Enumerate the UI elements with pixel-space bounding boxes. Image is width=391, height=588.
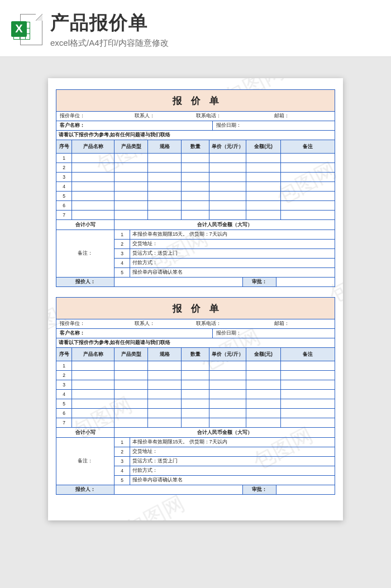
form-title: 报价单 [56, 90, 335, 112]
quote-date-label: 报价日期： [213, 121, 335, 130]
remarks-label: 备注： [56, 230, 115, 277]
contact-label: 联系人： [131, 319, 193, 328]
col-unit-price: 单价（元/斤） [209, 348, 246, 361]
col-amount: 金额(元) [246, 348, 281, 361]
approver-value [276, 485, 335, 494]
col-amount: 金额(元) [246, 140, 281, 153]
approver-label: 审批： [243, 485, 276, 494]
remark-seq: 1 [115, 230, 130, 239]
excel-icon: X [11, 14, 42, 45]
data-cell [246, 399, 281, 408]
data-cell [72, 399, 115, 408]
data-cell [72, 211, 115, 219]
remark-text: 付款方式： [130, 466, 335, 475]
data-cell [209, 418, 246, 427]
table-row: 2 [56, 163, 335, 173]
data-cell [209, 361, 246, 370]
data-cell [209, 371, 246, 380]
data-cell [182, 399, 209, 408]
remark-text: 交货地址： [130, 240, 335, 248]
table-row: 5 [56, 399, 335, 409]
data-cell [246, 211, 281, 219]
remark-text: 报价单内容请确认签名 [130, 476, 335, 485]
signature-row: 报价人： 审批： [56, 485, 335, 494]
table-row: 4 [56, 390, 335, 399]
quoter-label: 报价人： [56, 278, 115, 286]
quote-date-label: 报价日期： [213, 329, 335, 338]
data-cell [148, 418, 182, 427]
data-cell [115, 418, 148, 427]
col-note: 备注 [281, 140, 335, 153]
data-cell [182, 380, 209, 389]
data-cell [72, 192, 115, 200]
remarks-label: 备注： [56, 438, 115, 485]
data-cell [115, 409, 148, 418]
remarks-block: 备注： 1本报价单有效期限15天。 供货期：7天以内 2交货地址： 3货运方式：… [56, 230, 335, 278]
data-cell [281, 399, 335, 408]
data-cell [182, 371, 209, 380]
col-spec: 规格 [148, 140, 182, 153]
data-cell [182, 201, 209, 210]
data-cell [281, 211, 335, 219]
data-cell [281, 371, 335, 380]
data-cell [115, 192, 148, 200]
col-qty: 数量 [182, 140, 209, 153]
seq-cell: 2 [56, 371, 72, 380]
data-cell [72, 409, 115, 418]
data-cell [148, 409, 182, 418]
data-cell [281, 380, 335, 389]
data-cell [72, 380, 115, 389]
remark-text: 本报价单有效期限15天。 供货期：7天以内 [130, 230, 335, 239]
sum-big-label: 合计人民币金额（大写） [115, 428, 335, 437]
remark-seq: 2 [115, 447, 130, 456]
customer-name-label: 客户名称： [56, 121, 213, 130]
sum-big-label: 合计人民币金额（大写） [115, 220, 335, 230]
data-cell [115, 163, 148, 172]
seq-cell: 2 [56, 163, 72, 172]
seq-cell: 7 [56, 418, 72, 427]
table-row: 3 [56, 173, 335, 182]
data-cell [182, 163, 209, 172]
table-row: 6 [56, 201, 335, 211]
info-row: 报价单位： 联系人： 联系电话： 邮箱： [56, 319, 335, 329]
sum-small-label: 合计小写 [56, 428, 115, 437]
col-qty: 数量 [182, 348, 209, 361]
approver-value [276, 278, 335, 286]
col-name: 产品名称 [72, 348, 115, 361]
phone-label: 联系电话： [193, 112, 271, 121]
data-cell [182, 211, 209, 219]
data-cell [72, 163, 115, 172]
data-cell [72, 154, 115, 162]
notice-row: 请看以下报价作为参考,如有任何问题请与我们联络 [56, 131, 335, 140]
data-cell [182, 361, 209, 370]
remark-seq: 4 [115, 259, 130, 267]
data-cell [115, 380, 148, 389]
data-cell [281, 361, 335, 370]
remark-seq: 2 [115, 240, 130, 248]
data-cell [246, 390, 281, 399]
data-cell [148, 380, 182, 389]
data-cell [246, 182, 281, 191]
data-cell [148, 361, 182, 370]
phone-label: 联系电话： [193, 319, 271, 328]
page-subtitle: excel格式/A4打印/内容随意修改 [50, 38, 380, 49]
table-row: 5 [56, 192, 335, 201]
data-cell [281, 201, 335, 210]
form-title: 报价单 [56, 298, 335, 319]
remark-seq: 5 [115, 268, 130, 277]
table-row: 4 [56, 182, 335, 192]
email-label: 邮箱： [271, 112, 335, 121]
col-seq: 序号 [56, 348, 72, 361]
data-cell [148, 192, 182, 200]
info-row: 报价单位： 联系人： 联系电话： 邮箱： [56, 112, 335, 121]
data-cell [246, 163, 281, 172]
table-row: 7 [56, 211, 335, 220]
data-cell [148, 399, 182, 408]
data-cell [72, 173, 115, 181]
remark-seq: 3 [115, 457, 130, 466]
table-row: 1 [56, 154, 335, 163]
data-cell [246, 173, 281, 181]
contact-label: 联系人： [131, 112, 193, 121]
seq-cell: 3 [56, 173, 72, 181]
remark-text: 付款方式： [130, 259, 335, 267]
